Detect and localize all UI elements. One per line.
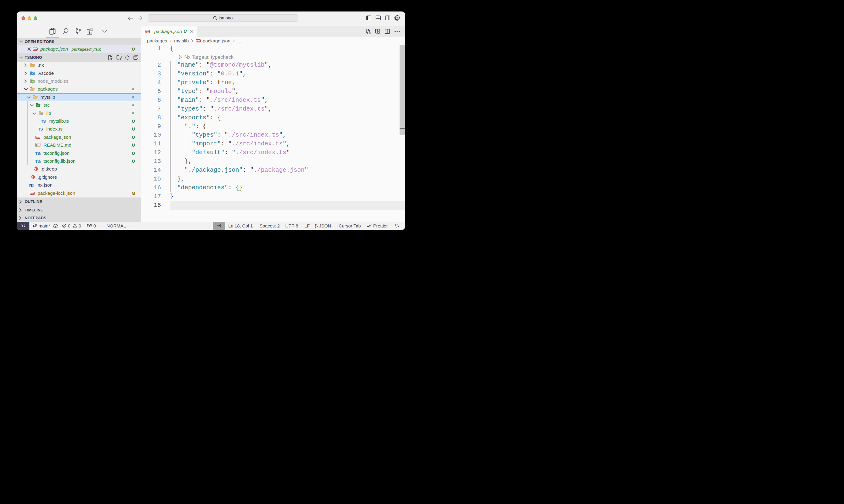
svg-text:JS: JS [32, 81, 34, 83]
svg-text:npm: npm [33, 48, 37, 51]
svg-text:npm: npm [36, 136, 40, 139]
svg-text:npm: npm [145, 30, 150, 33]
svg-text:npm: npm [196, 40, 201, 42]
svg-text:npm: npm [30, 192, 34, 195]
